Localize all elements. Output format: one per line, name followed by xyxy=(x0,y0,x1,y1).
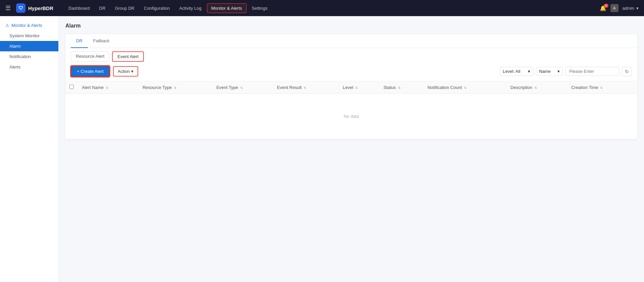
name-filter-chevron: ▾ xyxy=(557,69,560,74)
main-layout: ⚠ Monitor & Alerts System Monitor Alarm … xyxy=(0,16,644,282)
page-title: Alarm xyxy=(65,23,637,29)
primary-tabs: DR Failback xyxy=(65,34,637,48)
col-notification-count: Notification Count ⇅ xyxy=(424,81,506,94)
user-dropdown-icon: ▾ xyxy=(636,6,639,11)
subtab-resource-alert[interactable]: Resource Alert xyxy=(71,51,109,62)
select-all-checkbox[interactable] xyxy=(69,85,74,89)
subtabs: Resource Alert Event Alert xyxy=(65,48,637,62)
nav-right-controls: 🔔 0 A admin ▾ xyxy=(600,4,639,12)
col-event-result: Event Result ⇅ xyxy=(273,81,339,94)
sidebar-item-notification[interactable]: Notification xyxy=(0,51,58,62)
sidebar-section-label: Monitor & Alerts xyxy=(11,23,42,28)
sidebar-item-system-monitor[interactable]: System Monitor xyxy=(0,31,58,41)
name-filter-label: Name xyxy=(539,69,551,74)
refresh-button[interactable]: ↻ xyxy=(622,67,632,76)
col-level-label: Level xyxy=(343,85,353,90)
col-description-label: Description xyxy=(511,85,532,90)
top-navigation: ☰ 🛡 HyperBDR Dashboard DR Group DR Confi… xyxy=(0,0,644,16)
tab-failback[interactable]: Failback xyxy=(88,34,115,48)
col-description: Description ⇅ xyxy=(506,81,567,94)
no-data-row: No data xyxy=(65,94,637,139)
nav-monitor-alerts[interactable]: Monitor & Alerts xyxy=(207,3,247,13)
notification-badge: 0 xyxy=(604,4,608,8)
nav-dr[interactable]: DR xyxy=(95,4,110,13)
nav-group-dr[interactable]: Group DR xyxy=(111,4,139,13)
user-avatar: A xyxy=(610,4,619,12)
col-event-type-sort[interactable]: ⇅ xyxy=(240,86,243,90)
brand-icon: 🛡 xyxy=(16,3,25,13)
level-filter[interactable]: Level: All ▾ xyxy=(500,67,533,76)
name-filter[interactable]: Name ▾ xyxy=(536,67,563,76)
search-input[interactable] xyxy=(566,67,619,76)
col-event-type: Event Type ⇅ xyxy=(212,81,273,94)
col-status: Status ⇅ xyxy=(379,81,423,94)
nav-activity-log[interactable]: Activity Log xyxy=(175,4,205,13)
action-label: Action xyxy=(118,69,130,74)
level-filter-label: Level: All xyxy=(503,69,520,74)
sidebar: ⚠ Monitor & Alerts System Monitor Alarm … xyxy=(0,16,59,282)
user-menu[interactable]: admin ▾ xyxy=(623,6,639,11)
col-description-sort[interactable]: ⇅ xyxy=(534,86,537,90)
action-button[interactable]: Action ▾ xyxy=(113,66,138,77)
sidebar-item-alerts[interactable]: Alerts xyxy=(0,62,58,72)
content-card: DR Failback Resource Alert Event Alert +… xyxy=(65,34,637,139)
level-filter-chevron: ▾ xyxy=(528,69,530,74)
col-creation-time-sort[interactable]: ⇅ xyxy=(600,86,603,90)
action-dropdown-icon: ▾ xyxy=(131,69,133,74)
monitor-alerts-icon: ⚠ xyxy=(5,23,9,28)
select-all-header xyxy=(65,81,78,94)
col-resource-type: Resource Type ⇅ xyxy=(139,81,212,94)
brand-logo: 🛡 HyperBDR xyxy=(16,3,56,13)
col-alert-name-sort[interactable]: ⇅ xyxy=(106,86,108,90)
col-level-sort[interactable]: ⇅ xyxy=(355,86,358,90)
col-resource-type-sort[interactable]: ⇅ xyxy=(174,86,176,90)
toolbar: + Create Alert Action ▾ Level: All ▾ Nam… xyxy=(65,62,637,81)
brand-name: HyperBDR xyxy=(28,5,53,11)
notification-bell[interactable]: 🔔 0 xyxy=(600,5,606,11)
subtab-event-alert[interactable]: Event Alert xyxy=(112,51,144,62)
col-resource-type-label: Resource Type xyxy=(143,85,172,90)
nav-dashboard[interactable]: Dashboard xyxy=(64,4,94,13)
col-notification-count-sort[interactable]: ⇅ xyxy=(464,86,467,90)
toolbar-filters: Level: All ▾ Name ▾ ↻ xyxy=(500,67,632,76)
col-status-label: Status xyxy=(383,85,396,90)
col-level: Level ⇅ xyxy=(339,81,379,94)
no-data-cell: No data xyxy=(65,94,637,139)
col-creation-time: Creation Time ⇅ xyxy=(567,81,637,94)
main-content: Alarm DR Failback Resource Alert Event A… xyxy=(59,16,644,282)
create-alert-button[interactable]: + Create Alert xyxy=(71,66,110,77)
user-name: admin xyxy=(623,6,634,11)
sidebar-item-alarm[interactable]: Alarm xyxy=(0,41,58,51)
col-alert-name: Alert Name ⇅ xyxy=(78,81,139,94)
nav-links: Dashboard DR Group DR Configuration Acti… xyxy=(64,3,600,13)
tab-dr[interactable]: DR xyxy=(71,34,88,48)
data-table: Alert Name ⇅ Resource Type ⇅ Event Type … xyxy=(65,81,637,139)
col-event-result-label: Event Result xyxy=(277,85,302,90)
table-header-row: Alert Name ⇅ Resource Type ⇅ Event Type … xyxy=(65,81,637,94)
col-alert-name-label: Alert Name xyxy=(82,85,104,90)
nav-configuration[interactable]: Configuration xyxy=(140,4,174,13)
hamburger-button[interactable]: ☰ xyxy=(5,4,11,12)
sidebar-section-title: ⚠ Monitor & Alerts xyxy=(0,20,58,31)
col-event-result-sort[interactable]: ⇅ xyxy=(304,86,306,90)
col-event-type-label: Event Type xyxy=(216,85,238,90)
col-notification-count-label: Notification Count xyxy=(428,85,462,90)
col-status-sort[interactable]: ⇅ xyxy=(398,86,400,90)
nav-settings[interactable]: Settings xyxy=(248,4,272,13)
col-creation-time-label: Creation Time xyxy=(571,85,598,90)
